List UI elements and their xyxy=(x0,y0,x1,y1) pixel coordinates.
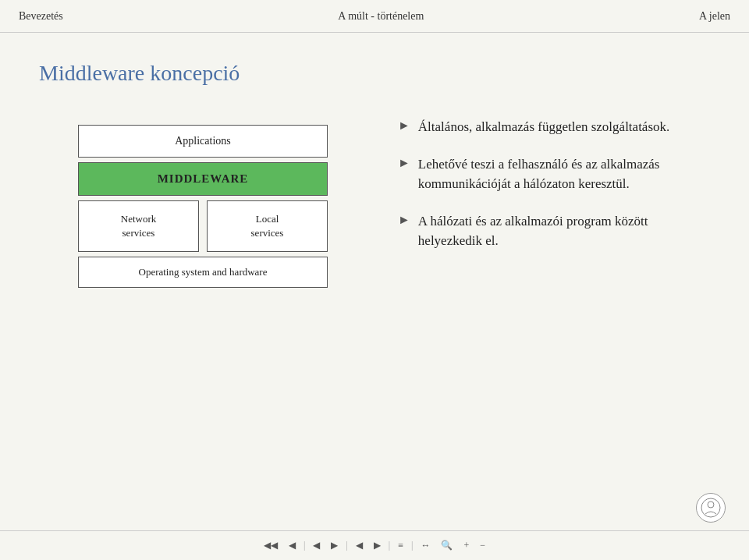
nav-right[interactable]: A jelen xyxy=(699,10,730,23)
nav-left[interactable]: Bevezetés xyxy=(19,10,63,23)
bottom-toolbar: ◀◀ ◀ | ◀ ▶ | ◀ ▶ | ≡ | ↔ 🔍 + − xyxy=(0,530,749,560)
content-row: Applications MIDDLEWARE Network services… xyxy=(39,109,710,544)
bullet-text-1: Általános, alkalmazás független szolgált… xyxy=(418,117,669,137)
top-navigation: Bevezetés A múlt - történelem A jelen xyxy=(0,0,749,33)
bullet-arrow-2: ► xyxy=(398,156,410,170)
toolbar-sep4: | xyxy=(411,540,413,551)
bullet-item-1: ► Általános, alkalmazás független szolgá… xyxy=(398,117,710,137)
applications-label: Applications xyxy=(175,135,231,147)
local-line1: Local xyxy=(256,213,279,225)
middleware-label: MIDDLEWARE xyxy=(158,172,249,185)
local-line2: services xyxy=(251,227,284,239)
toolbar-btn-prev[interactable]: ◀ xyxy=(286,538,299,553)
bullet-item-2: ► Lehetővé teszi a felhasználó és az alk… xyxy=(398,154,710,194)
emblem-icon xyxy=(700,497,722,519)
bullet-text-2: Lehetővé teszi a felhasználó és az alkal… xyxy=(418,154,710,194)
local-services-box: Local services xyxy=(207,200,328,252)
svg-point-1 xyxy=(708,502,714,508)
toolbar-sep3: | xyxy=(389,540,390,551)
toolbar-btn-search[interactable]: 🔍 xyxy=(438,538,456,553)
network-line1: Network xyxy=(121,213,157,225)
toolbar-btn-right[interactable]: ▶ xyxy=(328,538,341,553)
page-title: Middleware koncepció xyxy=(39,61,710,86)
network-line2: services xyxy=(122,227,155,239)
os-label: Operating system and hardware xyxy=(139,266,268,278)
toolbar-btn-fit[interactable]: ↔ xyxy=(417,538,433,553)
emblem xyxy=(696,493,726,523)
os-box: Operating system and hardware xyxy=(78,257,328,288)
services-row: Network services Local services xyxy=(78,200,328,252)
main-content: Middleware koncepció Applications MIDDLE… xyxy=(0,33,749,560)
toolbar-btn-menu[interactable]: ≡ xyxy=(395,538,406,553)
toolbar-btn-left2[interactable]: ◀ xyxy=(353,538,366,553)
bullet-text-3: A hálózati és az alkalmazói program közö… xyxy=(418,211,710,251)
diagram-column: Applications MIDDLEWARE Network services… xyxy=(39,109,367,288)
toolbar-btn-prev-prev[interactable]: ◀◀ xyxy=(261,538,281,553)
toolbar-sep1: | xyxy=(304,540,305,551)
bullets-column: ► Általános, alkalmazás független szolgá… xyxy=(398,109,710,251)
middleware-box: MIDDLEWARE xyxy=(78,162,328,196)
toolbar-sep2: | xyxy=(346,540,347,551)
nav-center[interactable]: A múlt - történelem xyxy=(338,10,424,23)
network-services-box: Network services xyxy=(78,200,199,252)
toolbar-btn-plus[interactable]: + xyxy=(460,538,472,553)
applications-box: Applications xyxy=(78,125,328,158)
toolbar-btn-minus[interactable]: − xyxy=(477,538,488,553)
bullet-arrow-1: ► xyxy=(398,119,410,133)
toolbar-btn-left[interactable]: ◀ xyxy=(310,538,323,553)
toolbar-btn-right2[interactable]: ▶ xyxy=(371,538,384,553)
bullet-item-3: ► A hálózati és az alkalmazói program kö… xyxy=(398,211,710,251)
bullet-arrow-3: ► xyxy=(398,213,410,227)
